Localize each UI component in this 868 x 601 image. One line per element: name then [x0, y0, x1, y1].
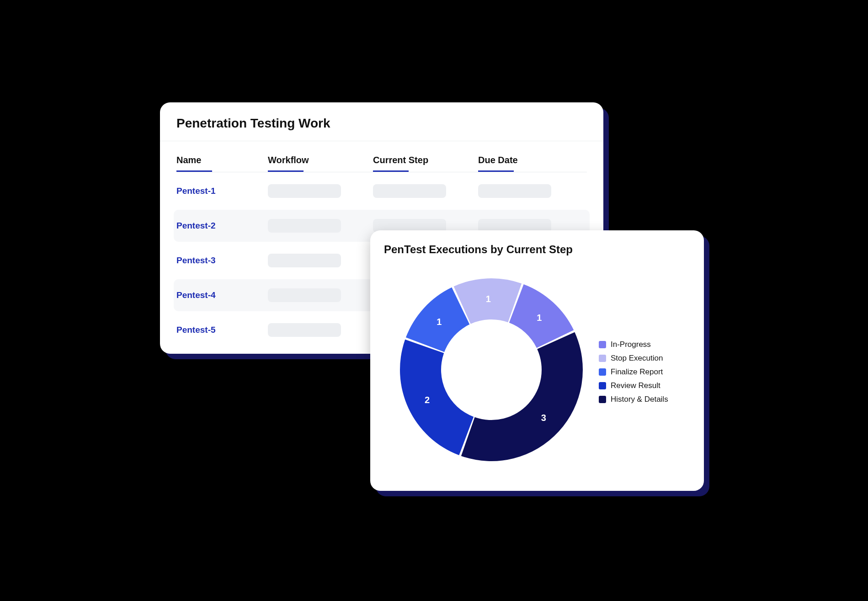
- chart-title: PenTest Executions by Current Step: [370, 230, 704, 260]
- column-header-label: Name: [176, 155, 201, 165]
- column-header-due-date[interactable]: Due Date: [478, 150, 583, 172]
- legend-label: History & Details: [611, 395, 668, 404]
- column-header-label: Due Date: [478, 155, 518, 165]
- row-name-link[interactable]: Pentest-1: [176, 186, 268, 196]
- column-header-current-step[interactable]: Current Step: [373, 150, 478, 172]
- chart-legend: In-Progress Stop Execution Finalize Repo…: [599, 335, 690, 409]
- column-header-label: Current Step: [373, 155, 428, 165]
- donut-svg: [393, 271, 590, 468]
- row-name-link[interactable]: Pentest-3: [176, 255, 268, 266]
- column-underline: [268, 170, 304, 172]
- legend-label: Finalize Report: [611, 367, 663, 377]
- placeholder-cell: [268, 254, 341, 267]
- placeholder-cell: [268, 288, 341, 302]
- legend-item-finalize-report[interactable]: Finalize Report: [599, 367, 690, 377]
- donut-chart: 11123: [393, 271, 590, 468]
- placeholder-cell: [268, 219, 341, 233]
- legend-swatch: [599, 341, 606, 348]
- stage: Penetration Testing Work Name Workflow C…: [114, 80, 754, 521]
- placeholder-cell: [268, 184, 341, 198]
- column-underline: [478, 170, 514, 172]
- legend-label: Review Result: [611, 381, 660, 390]
- legend-swatch: [599, 368, 606, 376]
- pentest-executions-card: PenTest Executions by Current Step 11123…: [370, 230, 704, 491]
- legend-swatch: [599, 382, 606, 389]
- donut-slice[interactable]: [461, 332, 583, 461]
- table-row[interactable]: Pentest-1: [174, 175, 590, 207]
- card-title: Penetration Testing Work: [160, 102, 603, 141]
- placeholder-cell: [373, 184, 446, 198]
- column-underline: [176, 170, 212, 172]
- column-header-name[interactable]: Name: [176, 150, 268, 172]
- placeholder-cell: [478, 184, 551, 198]
- column-header-label: Workflow: [268, 155, 309, 165]
- column-header-workflow[interactable]: Workflow: [268, 150, 373, 172]
- row-name-link[interactable]: Pentest-2: [176, 221, 268, 231]
- table-header-row: Name Workflow Current Step Due Date: [176, 150, 587, 172]
- placeholder-cell: [268, 323, 341, 337]
- header-baseline: [176, 172, 587, 172]
- legend-item-review-result[interactable]: Review Result: [599, 381, 690, 390]
- donut-slice[interactable]: [400, 340, 474, 455]
- legend-swatch: [599, 396, 606, 403]
- legend-item-stop-execution[interactable]: Stop Execution: [599, 354, 690, 363]
- legend-item-history-details[interactable]: History & Details: [599, 395, 690, 404]
- legend-swatch: [599, 355, 606, 362]
- legend-label: In-Progress: [611, 340, 651, 349]
- column-underline: [373, 170, 409, 172]
- row-name-link[interactable]: Pentest-4: [176, 290, 268, 300]
- legend-label: Stop Execution: [611, 354, 663, 363]
- row-name-link[interactable]: Pentest-5: [176, 325, 268, 335]
- legend-item-in-progress[interactable]: In-Progress: [599, 340, 690, 349]
